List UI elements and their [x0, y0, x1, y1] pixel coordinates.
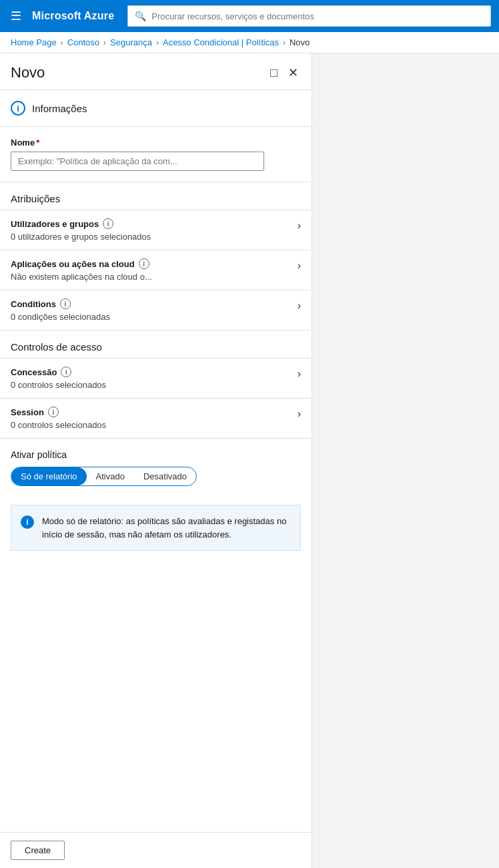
- session-chevron-icon: ›: [298, 408, 301, 420]
- breadcrumb-home[interactable]: Home Page: [11, 37, 57, 47]
- utilizadores-title: Utilizadores e grupos i: [11, 218, 298, 229]
- atribuicoes-section-title: Atribuições: [0, 182, 312, 210]
- list-item-session[interactable]: Session i 0 controlos selecionados ›: [0, 398, 312, 438]
- toggle-ativado[interactable]: Ativado: [87, 467, 134, 485]
- required-star: *: [36, 138, 39, 148]
- info-section: i Informações: [0, 90, 312, 127]
- maximize-button[interactable]: □: [268, 64, 280, 81]
- concessao-chevron-icon: ›: [298, 368, 301, 380]
- utilizadores-chevron-icon: ›: [298, 220, 301, 232]
- aplicacoes-info-badge[interactable]: i: [139, 258, 149, 269]
- close-button[interactable]: ✕: [286, 64, 301, 81]
- list-item-utilizadores[interactable]: Utilizadores e grupos i 0 utilizadores e…: [0, 210, 312, 250]
- info-box: i Modo só de relatório: as políticas são…: [11, 505, 301, 551]
- breadcrumb-sep-3: ›: [156, 38, 159, 47]
- conditions-chevron-icon: ›: [298, 300, 301, 312]
- session-content: Session i 0 controlos selecionados: [11, 407, 298, 430]
- breadcrumb-seguranca[interactable]: Segurança: [110, 37, 152, 47]
- concessao-info-badge[interactable]: i: [61, 367, 71, 377]
- hamburger-icon[interactable]: ☰: [8, 6, 24, 26]
- aplicacoes-sub: Não existem aplicações na cloud o...: [11, 272, 298, 282]
- breadcrumb-contoso[interactable]: Contoso: [67, 37, 99, 47]
- right-panel: [312, 53, 499, 868]
- concessao-content: Concessão i 0 controlos selecionados: [11, 367, 298, 390]
- azure-logo: Microsoft Azure: [32, 10, 114, 22]
- top-navigation: ☰ Microsoft Azure 🔍: [0, 0, 499, 32]
- panel-header: Novo □ ✕: [0, 53, 312, 90]
- info-circle-icon: i: [11, 101, 25, 116]
- conditions-info-badge[interactable]: i: [60, 298, 71, 309]
- breadcrumb-current: Novo: [290, 37, 310, 47]
- create-button[interactable]: Create: [11, 841, 65, 860]
- activate-label: Ativar política: [11, 449, 301, 460]
- list-item-conditions[interactable]: Conditions i 0 condições selecionadas ›: [0, 290, 312, 330]
- conditions-title: Conditions i: [11, 298, 298, 309]
- breadcrumb-politicas[interactable]: Acesso Condicional | Políticas: [163, 37, 279, 47]
- utilizadores-sub: 0 utilizadores e grupos selecionados: [11, 232, 298, 242]
- controlos-section-title: Controlos de acesso: [0, 330, 312, 358]
- panel-footer: Create: [0, 832, 312, 868]
- conditions-sub: 0 condições selecionadas: [11, 312, 298, 322]
- aplicacoes-content: Aplicações ou ações na cloud i Não exist…: [11, 258, 298, 282]
- main-area: Novo □ ✕ i Informações Nome*: [0, 53, 499, 868]
- info-box-text: Modo só de relatório: as políticas são a…: [42, 515, 291, 541]
- concessao-sub: 0 controlos selecionados: [11, 380, 298, 390]
- breadcrumb-sep-1: ›: [61, 38, 63, 47]
- name-field-label: Nome*: [11, 138, 301, 148]
- aplicacoes-title: Aplicações ou ações na cloud i: [11, 258, 298, 269]
- toggle-group: Só de relatório Ativado Desativado: [11, 467, 197, 486]
- session-sub: 0 controlos selecionados: [11, 420, 298, 430]
- search-input[interactable]: [151, 11, 484, 21]
- session-info-badge[interactable]: i: [48, 407, 59, 417]
- novo-panel: Novo □ ✕ i Informações Nome*: [0, 53, 312, 868]
- concessao-title: Concessão i: [11, 367, 298, 377]
- info-section-label: Informações: [32, 103, 87, 114]
- aplicacoes-chevron-icon: ›: [298, 260, 301, 272]
- activate-section: Ativar política Só de relatório Ativado …: [0, 438, 312, 497]
- panel-title: Novo: [11, 64, 45, 81]
- name-input[interactable]: [11, 152, 264, 171]
- breadcrumb-sep-2: ›: [103, 38, 106, 47]
- panel-header-actions: □ ✕: [268, 64, 301, 81]
- info-box-icon: i: [21, 515, 34, 529]
- breadcrumb: Home Page › Contoso › Segurança › Acesso…: [0, 32, 499, 53]
- list-item-concessao[interactable]: Concessão i 0 controlos selecionados ›: [0, 358, 312, 398]
- search-bar: 🔍: [127, 5, 491, 27]
- session-title: Session i: [11, 407, 298, 417]
- search-icon: 🔍: [135, 11, 146, 21]
- utilizadores-info-badge[interactable]: i: [103, 218, 113, 229]
- utilizadores-content: Utilizadores e grupos i 0 utilizadores e…: [11, 218, 298, 242]
- list-item-aplicacoes[interactable]: Aplicações ou ações na cloud i Não exist…: [0, 250, 312, 290]
- toggle-desativado[interactable]: Desativado: [134, 467, 196, 485]
- breadcrumb-sep-4: ›: [283, 38, 286, 47]
- conditions-content: Conditions i 0 condições selecionadas: [11, 298, 298, 322]
- toggle-report-only[interactable]: Só de relatório: [11, 467, 87, 485]
- panel-body: i Informações Nome* Atribuições U: [0, 90, 312, 832]
- form-section: Nome*: [0, 127, 312, 182]
